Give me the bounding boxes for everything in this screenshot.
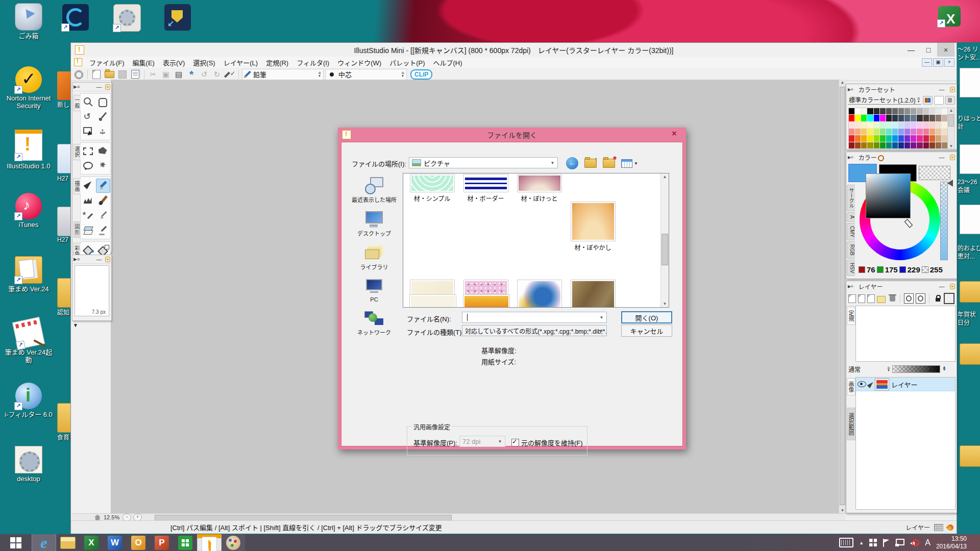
tool-button[interactable] <box>96 144 110 158</box>
minimize-button[interactable]: — <box>902 43 920 57</box>
color-swatch[interactable] <box>929 115 935 121</box>
color-mode-tab[interactable]: HSV <box>847 260 855 277</box>
open-file-icon[interactable] <box>105 71 114 78</box>
color-swatch[interactable] <box>917 135 922 141</box>
color-swatch[interactable] <box>867 129 873 135</box>
panel-menu-icon[interactable]: ▶≡ <box>74 84 80 89</box>
scroll-down-icon[interactable]: ▼ <box>661 302 669 306</box>
dropdown-icon[interactable] <box>887 366 890 371</box>
color-swatch[interactable] <box>904 129 910 135</box>
color-swatch[interactable] <box>904 108 910 114</box>
color-swatch[interactable] <box>892 108 898 114</box>
cancel-button[interactable]: キャンセル <box>621 324 672 337</box>
ruler-tab[interactable]: 定規 <box>847 307 855 325</box>
file-item[interactable]: 材・ぼけっと <box>512 173 566 252</box>
layer-mask-alt-icon[interactable] <box>916 293 925 304</box>
color-swatch[interactable] <box>911 122 916 128</box>
new-layer-alt-icon[interactable] <box>858 294 866 303</box>
color-mode-tab[interactable]: サークル <box>847 185 855 211</box>
brush-selector[interactable]: 鉛筆 <box>242 69 324 80</box>
color-swatch[interactable] <box>898 142 904 148</box>
copy-icon[interactable]: ▣ <box>160 69 172 80</box>
saturation-value-square[interactable] <box>866 173 911 218</box>
tool-button[interactable] <box>96 95 110 109</box>
color-swatch[interactable] <box>898 108 904 114</box>
color-swatch[interactable] <box>886 122 892 128</box>
new-folder-icon[interactable] <box>877 296 886 303</box>
color-swatch[interactable] <box>923 108 929 114</box>
panel-expand-icon[interactable]: » <box>950 284 955 289</box>
desktop-icon[interactable]: 筆まめ Ver.24 <box>4 256 53 319</box>
color-swatch[interactable] <box>880 142 886 148</box>
dock-collapse-icon[interactable]: ▼ <box>73 322 78 328</box>
tip-selector[interactable]: 中芯 <box>325 69 407 80</box>
file-item[interactable]: 材・塗りかべ <box>566 252 620 308</box>
ruler-list-area[interactable] <box>855 306 955 362</box>
transparent-color-chip[interactable] <box>919 166 950 180</box>
layer-bounds-icon[interactable] <box>944 293 954 304</box>
color-swatch[interactable] <box>911 115 916 121</box>
color-swatch[interactable] <box>936 129 941 135</box>
tool-button[interactable] <box>96 125 110 138</box>
menu-item[interactable]: ファイル(F) <box>85 58 129 67</box>
color-swatch[interactable] <box>892 129 898 135</box>
paste-icon[interactable]: ▤ <box>173 69 184 80</box>
color-swatch[interactable] <box>942 142 947 148</box>
export-icon[interactable] <box>131 70 139 79</box>
panel-expand-icon[interactable]: » <box>105 257 110 262</box>
color-swatch[interactable] <box>886 129 892 135</box>
color-swatch[interactable] <box>861 142 867 148</box>
color-swatch[interactable] <box>855 108 861 114</box>
doc-close-button[interactable]: × <box>944 58 954 67</box>
menu-item[interactable]: ヘルプ(H) <box>429 58 466 67</box>
place-item[interactable]: ライブラリ <box>360 244 388 271</box>
color-swatch[interactable] <box>929 129 935 135</box>
color-swatch[interactable] <box>849 135 854 141</box>
panel-expand-icon[interactable]: » <box>950 87 955 92</box>
alpha-slider[interactable] <box>940 182 948 260</box>
save-icon[interactable] <box>118 70 127 79</box>
layer-row[interactable]: レイヤー <box>856 378 955 391</box>
color-swatch[interactable] <box>942 115 947 121</box>
color-mode-tab[interactable]: RGB <box>847 241 855 259</box>
network-icon[interactable] <box>895 539 904 546</box>
clock[interactable]: 13:50 2016/04/13 <box>936 535 967 550</box>
color-swatch[interactable] <box>917 115 922 121</box>
color-swatch[interactable] <box>923 115 929 121</box>
menu-item[interactable]: 表示(V) <box>159 58 189 67</box>
file-item[interactable]: 材・シンプル <box>405 173 459 252</box>
tool-button[interactable] <box>96 224 110 237</box>
tool-button[interactable] <box>82 179 95 192</box>
colorset-preset-dropdown[interactable]: 標準カラーセット(1.2.0) <box>848 95 921 105</box>
color-swatch[interactable] <box>855 129 861 135</box>
color-swatch[interactable] <box>942 108 947 114</box>
color-swatch[interactable] <box>898 122 904 128</box>
color-swatch[interactable] <box>867 122 873 128</box>
settings-gear-icon[interactable] <box>73 69 84 80</box>
desktop-shortcut-excel-icon[interactable] <box>938 6 961 27</box>
up-one-level-button[interactable] <box>584 159 597 168</box>
blend-mode-value[interactable]: 通常 <box>848 365 885 373</box>
color-swatch[interactable] <box>904 142 910 148</box>
color-swatch[interactable] <box>880 129 886 135</box>
tool-button[interactable] <box>96 194 110 208</box>
maximize-button[interactable]: □ <box>920 43 937 57</box>
panel-minimize-icon[interactable]: — <box>936 154 948 160</box>
panel-minimize-icon[interactable]: — <box>936 86 948 92</box>
filetype-dropdown[interactable]: 対応しているすべての形式(*.xpg;*.cpg;*.bmp;*.dib;*.j… <box>462 325 607 336</box>
image-tab[interactable]: 画像 <box>847 378 855 395</box>
taskbar-app-button[interactable] <box>174 534 197 551</box>
alpha-slider-handle[interactable] <box>947 180 953 187</box>
menu-item[interactable]: 定規(R) <box>262 58 292 67</box>
tool-tab-shape[interactable]: 図形 <box>74 221 81 238</box>
close-button[interactable]: × <box>937 43 954 57</box>
panel-menu-icon[interactable]: ▶≡ <box>74 257 80 262</box>
sv-selector-icon[interactable] <box>878 155 884 161</box>
desktop-icon[interactable]: Norton Internet Security <box>4 66 53 130</box>
color-swatch[interactable] <box>929 108 935 114</box>
vertical-scrollbar[interactable]: ▲ ▼ <box>839 80 846 513</box>
duplicate-layer-icon[interactable] <box>867 294 875 303</box>
taskbar-app-button[interactable]: O <box>127 534 150 551</box>
color-swatch[interactable] <box>936 135 941 141</box>
color-swatch[interactable] <box>942 129 947 135</box>
